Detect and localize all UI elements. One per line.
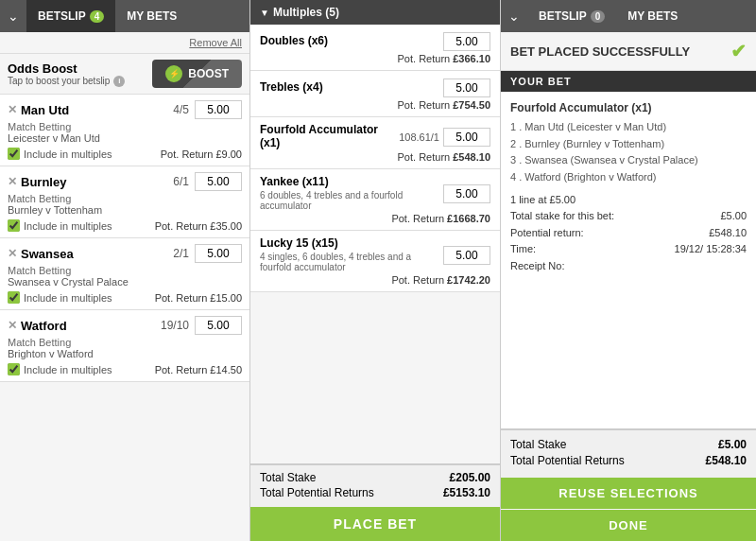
include-multiples-check-1[interactable]: Include in multiples <box>8 148 112 160</box>
selection-item: ✕ Burnley 6/1 Match Betting Burnley v To… <box>0 166 249 238</box>
bet-line-4: 4 . Watford (Brighton v Watford) <box>510 169 747 186</box>
multiple-item-yankee: Yankee (x11) 6 doubles, 4 trebles and a … <box>250 169 500 231</box>
pot-return-4: Pot. Return £14.50 <box>155 364 242 375</box>
pot-return-1: Pot. Return £9.00 <box>161 148 242 160</box>
fourfold-stake-input[interactable] <box>443 128 490 147</box>
remove-selection-2[interactable]: ✕ <box>8 175 17 188</box>
multiple-item-trebles: Trebles (x4) Pot. Return £754.50 <box>250 71 500 117</box>
odds-stake-row-3: 2/1 <box>173 244 242 263</box>
include-multiples-check-2[interactable]: Include in multiples <box>8 219 112 232</box>
bet-type-1: Match Betting <box>8 121 242 132</box>
odds-4: 19/10 <box>161 319 189 332</box>
left-tab-header: ⌄ BETSLIP 4 MY BETS <box>0 0 249 32</box>
multiple-yankee-header: Yankee (x11) 6 doubles, 4 trebles and a … <box>260 175 490 211</box>
doubles-stake-row <box>443 32 490 51</box>
check-icon: ✔ <box>730 40 747 62</box>
place-bet-button[interactable]: PLACE BET <box>250 507 500 541</box>
right-tab-betslip[interactable]: BETSLIP 0 <box>527 0 616 32</box>
lucky15-stake-input[interactable] <box>443 246 490 265</box>
include-checkbox-3[interactable] <box>8 291 20 304</box>
include-multiples-check-3[interactable]: Include in multiples <box>8 291 112 304</box>
selection-left: ✕ Watford <box>8 319 67 333</box>
yankee-label: Yankee (x11) <box>260 175 421 188</box>
include-multiples-row-1: Include in multiples Pot. Return £9.00 <box>8 148 242 160</box>
info-icon[interactable]: i <box>113 76 125 87</box>
lines-info: 1 line at £5.00 <box>510 192 747 209</box>
trebles-stake-input[interactable] <box>443 79 490 97</box>
selection-header: ✕ Burnley 6/1 <box>8 172 242 191</box>
boost-icon: ⚡ <box>165 65 182 82</box>
betslip-badge: 4 <box>90 10 105 23</box>
bet-type-4: Match Betting <box>8 337 242 348</box>
boost-button[interactable]: ⚡ BOOST <box>152 60 242 88</box>
stake-input-1[interactable] <box>195 100 242 119</box>
remove-selection-1[interactable]: ✕ <box>8 103 17 116</box>
multiple-fourfold-header: Fourfold Accumulator (x1) 108.61/1 <box>260 123 490 149</box>
multiple-item-lucky15: Lucky 15 (x15) 4 singles, 6 doubles, 4 t… <box>250 231 500 292</box>
include-checkbox-4[interactable] <box>8 363 20 375</box>
yankee-stake-input[interactable] <box>443 184 490 203</box>
bet-lines: 1 . Man Utd (Leicester v Man Utd) 2 . Bu… <box>510 119 747 185</box>
bet-type-2: Match Betting <box>8 193 242 204</box>
odds-stake-row-1: 4/5 <box>173 100 242 119</box>
fourfold-stake-row: 108.61/1 <box>399 128 490 147</box>
right-returns-line: Total Potential Returns £548.10 <box>510 454 747 467</box>
multiples-chevron-icon: ▼ <box>260 8 269 18</box>
selections-list: ✕ Man Utd 4/5 Match Betting Leicester v … <box>0 95 249 541</box>
include-multiples-row-2: Include in multiples Pot. Return £35.00 <box>8 219 242 232</box>
yankee-pot-val: £1668.70 <box>447 213 490 224</box>
team-name-3: Swansea <box>21 247 74 261</box>
your-bet-content: Fourfold Accumulator (x1) 1 . Man Utd (L… <box>501 92 756 428</box>
team-name-1: Man Utd <box>21 103 69 117</box>
selection-header: ✕ Watford 19/10 <box>8 316 242 335</box>
include-multiples-check-4[interactable]: Include in multiples <box>8 363 112 375</box>
odds-boost-subtitle: Tap to boost your betslip i <box>8 76 125 87</box>
lucky15-pot-return: Pot. Return £1742.20 <box>260 274 490 286</box>
yankee-sub: 6 doubles, 4 trebles and a fourfold accu… <box>260 190 421 211</box>
lucky15-label: Lucky 15 (x15) <box>260 236 421 250</box>
include-checkbox-2[interactable] <box>8 219 20 232</box>
remove-all-link[interactable]: Remove All <box>189 37 242 48</box>
bet-title: Fourfold Accumulator (x1) <box>510 99 747 117</box>
your-bet-header: YOUR BET <box>501 71 756 92</box>
fourfold-pot-val: £548.10 <box>453 151 490 163</box>
stake-input-3[interactable] <box>195 244 242 263</box>
right-tab-header: ⌄ BETSLIP 0 MY BETS <box>501 0 756 32</box>
middle-panel: ▼ Multiples (5) Doubles (x6) Pot. Return… <box>250 0 501 541</box>
fourfold-pot-return: Pot. Return £548.10 <box>260 151 490 163</box>
done-button[interactable]: DONE <box>501 510 756 541</box>
lucky15-sub: 4 singles, 6 doubles, 4 trebles and a fo… <box>260 252 421 272</box>
doubles-pot-return: Pot. Return £366.10 <box>260 53 490 64</box>
include-multiples-row-4: Include in multiples Pot. Return £14.50 <box>8 363 242 375</box>
remove-selection-4[interactable]: ✕ <box>8 319 17 332</box>
left-tab-betslip[interactable]: BETSLIP 4 <box>26 0 115 32</box>
middle-total-returns-line: Total Potential Returns £5153.10 <box>260 486 490 499</box>
remove-selection-3[interactable]: ✕ <box>8 247 17 260</box>
team-name-2: Burnley <box>21 175 66 189</box>
doubles-label: Doubles (x6) <box>260 34 328 47</box>
left-tab-mybets[interactable]: MY BETS <box>115 0 188 32</box>
right-tab-mybets[interactable]: MY BETS <box>616 0 689 32</box>
stake-input-2[interactable] <box>195 172 242 191</box>
trebles-label: Trebles (x4) <box>260 80 323 94</box>
bet-line-3: 3 . Swansea (Swansea v Crystal Palace) <box>510 152 747 169</box>
right-chevron-icon: ⌄ <box>501 9 527 24</box>
include-checkbox-1[interactable] <box>8 148 20 160</box>
bet-success-title: BET PLACED SUCCESSFULLY <box>510 44 690 59</box>
stake-input-4[interactable] <box>195 316 242 335</box>
selection-left: ✕ Swansea <box>8 247 74 261</box>
trebles-pot-val: £754.50 <box>453 99 490 111</box>
match-name-2: Burnley v Tottenham <box>8 204 242 216</box>
bet-pot-return-line: Potential return: £548.10 <box>510 225 747 242</box>
doubles-stake-input[interactable] <box>443 32 490 51</box>
odds-boost-row: Odds Boost Tap to boost your betslip i ⚡… <box>0 54 249 95</box>
multiple-item-doubles: Doubles (x6) Pot. Return £366.10 <box>250 25 500 71</box>
reuse-selections-button[interactable]: REUSE SELECTIONS <box>501 478 756 509</box>
odds-boost-left: Odds Boost Tap to boost your betslip i <box>8 61 125 87</box>
middle-total-returns-val: £5153.10 <box>443 486 490 499</box>
fourfold-odds: 108.61/1 <box>399 131 439 143</box>
bet-total-stake-line: Total stake for this bet: £5.00 <box>510 208 747 225</box>
pot-return-2: Pot. Return £35.00 <box>155 220 242 232</box>
bet-meta: 1 line at £5.00 Total stake for this bet… <box>510 192 747 275</box>
selection-left: ✕ Man Utd <box>8 103 69 117</box>
